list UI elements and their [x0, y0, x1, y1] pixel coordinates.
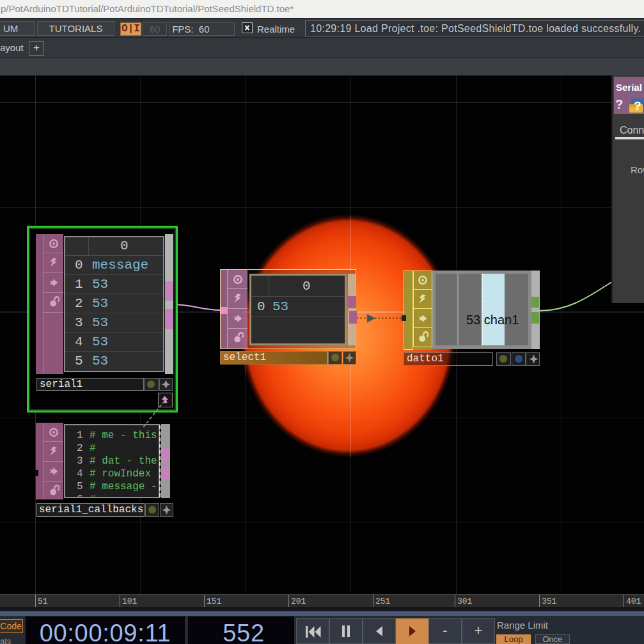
svg-text:?: ? — [634, 99, 641, 113]
